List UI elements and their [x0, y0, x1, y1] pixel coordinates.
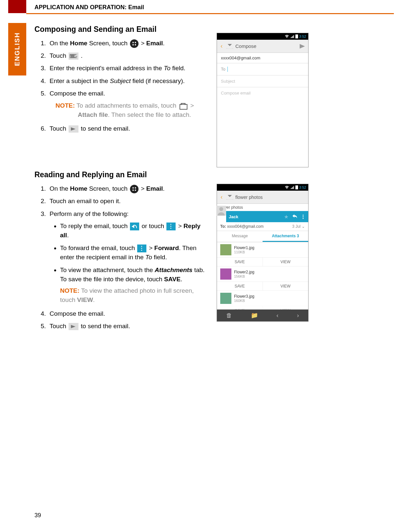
- subject-field[interactable]: Subject: [217, 75, 308, 87]
- subject-line: flower photos: [217, 204, 308, 211]
- bullet-attachment: To view the attachment, touch the Attach…: [60, 266, 208, 305]
- action-bar: ‹ flower photos: [217, 191, 308, 204]
- page-header: APPLICATION AND OPERATION: Email: [34, 4, 144, 11]
- language-side-tab: ENGLISH: [8, 23, 26, 75]
- back-chevron-icon[interactable]: ‹: [217, 194, 226, 201]
- save-button[interactable]: SAVE: [217, 282, 263, 290]
- signal-icon: [290, 186, 294, 189]
- reply-icon: [130, 223, 139, 230]
- apps-icon: [130, 185, 139, 193]
- envelope-icon: [226, 44, 233, 49]
- send-icon: [69, 125, 78, 133]
- prev-icon[interactable]: ‹: [276, 312, 278, 319]
- attachment-item: Flower1.jpg 110KB SAVE VIEW: [217, 242, 308, 266]
- compose-step-2: Touch + .: [48, 50, 208, 61]
- reading-steps: On the Home Screen, touch > Email. Touch…: [34, 183, 208, 332]
- reply-icon[interactable]: [291, 214, 298, 220]
- status-time: 3:52: [299, 185, 306, 189]
- compose-new-icon: +: [69, 53, 78, 60]
- envelope-icon: [226, 195, 233, 200]
- attachment-name: Flower2.jpg: [234, 270, 254, 274]
- compose-step-1: On the Home Screen, touch > Email.: [48, 38, 208, 49]
- action-bar-title: flower photos: [235, 195, 308, 200]
- battery-icon: [295, 185, 298, 189]
- screenshot-reading: 3:52 ‹ flower photos flower photos Jack …: [217, 184, 309, 322]
- bullet-reply: To reply the email, touch or touch > Rep…: [60, 222, 208, 240]
- send-icon: [69, 323, 78, 330]
- section-compose-heading: Composing and Sending an Email: [34, 25, 330, 34]
- compose-step-6: Touch to send the email.: [48, 123, 208, 134]
- attachment-list: Flower1.jpg 110KB SAVE VIEW Flower2.jpg …: [217, 242, 308, 315]
- apps-icon: [130, 39, 139, 48]
- reading-note: NOTE: To view the attached photo in full…: [60, 286, 208, 305]
- battery-icon: [295, 34, 298, 38]
- attach-folder-icon: [179, 103, 188, 109]
- signal-icon: [290, 35, 294, 38]
- reading-step-1: On the Home Screen, touch > Email.: [48, 183, 208, 194]
- to-field[interactable]: To: [217, 63, 308, 75]
- send-button[interactable]: [296, 44, 308, 49]
- next-icon[interactable]: ›: [297, 312, 299, 319]
- screenshot-compose: 3:52 ‹ Compose xxxx004@gmail.com To Subj…: [217, 33, 309, 167]
- compose-step-5: Compose the email. NOTE: To add attachme…: [48, 88, 208, 120]
- attachment-name: Flower1.jpg: [234, 245, 254, 250]
- reading-step-4: Compose the email.: [48, 308, 208, 319]
- bottom-toolbar: 🗑 📁 ‹ ›: [217, 309, 308, 321]
- status-bar: 3:52: [217, 184, 308, 191]
- view-button[interactable]: VIEW: [263, 282, 309, 290]
- tab-message[interactable]: Message: [217, 231, 263, 242]
- attachment-size: 160KB: [234, 299, 254, 303]
- status-time: 3:52: [299, 34, 306, 38]
- attachment-size: 110KB: [234, 250, 254, 254]
- to-line: To: xxxx004@gmail.com 3 Jul ⌄: [217, 222, 308, 231]
- compose-steps: On the Home Screen, touch > Email. Touch…: [34, 38, 208, 134]
- star-icon[interactable]: ★: [284, 214, 289, 220]
- svg-text:+: +: [75, 54, 77, 59]
- from-field: xxxx004@gmail.com: [217, 53, 308, 63]
- status-bar: 3:52: [217, 33, 308, 40]
- avatar: [216, 206, 226, 216]
- back-chevron-icon[interactable]: ‹: [217, 43, 226, 50]
- compose-note: NOTE: To add attachments to emails, touc…: [55, 101, 208, 120]
- folder-icon[interactable]: 📁: [251, 312, 258, 319]
- page-number: 39: [34, 512, 41, 519]
- attachment-item: Flower2.jpg 156KB SAVE VIEW: [217, 266, 308, 291]
- wifi-icon: [285, 34, 289, 38]
- wifi-icon: [285, 185, 289, 189]
- message-tabs: Message Attachments 3: [217, 231, 308, 242]
- section-reading-heading: Reading and Replying an Email: [34, 170, 330, 179]
- sender-bar: Jack ★: [226, 211, 308, 222]
- overflow-icon: [166, 223, 176, 230]
- compose-step-4: Enter a subject in the Subject field (if…: [48, 75, 208, 87]
- bullet-forward: To forward the email, touch > Forward. T…: [60, 244, 208, 262]
- view-button[interactable]: VIEW: [263, 258, 309, 266]
- action-bar: ‹ Compose: [217, 40, 308, 53]
- sender-name: Jack: [229, 214, 281, 219]
- tab-attachments[interactable]: Attachments 3: [263, 231, 308, 242]
- send-icon: [300, 44, 305, 49]
- attachment-name: Flower3.jpg: [234, 294, 254, 299]
- reading-step-3: Perform any of the following: To reply t…: [48, 208, 208, 305]
- attachment-thumbnail: [220, 293, 231, 304]
- reading-step-2: Touch an email to open it.: [48, 196, 208, 207]
- reading-step-5: Touch to send the email.: [48, 321, 208, 332]
- top-corner-block: [8, 0, 26, 13]
- header-rule: [26, 13, 394, 14]
- action-bar-title: Compose: [235, 43, 296, 49]
- overflow-icon: [137, 245, 146, 252]
- reading-sub-bullets: To reply the email, touch or touch > Rep…: [50, 222, 208, 305]
- compose-step-3: Enter the recipient's email address in t…: [48, 63, 208, 74]
- attachment-thumbnail: [220, 244, 231, 255]
- body-field[interactable]: Compose email: [217, 87, 308, 99]
- attachment-size: 156KB: [234, 274, 254, 278]
- trash-icon[interactable]: 🗑: [226, 312, 232, 319]
- attachment-thumbnail: [220, 268, 231, 280]
- save-button[interactable]: SAVE: [217, 258, 263, 266]
